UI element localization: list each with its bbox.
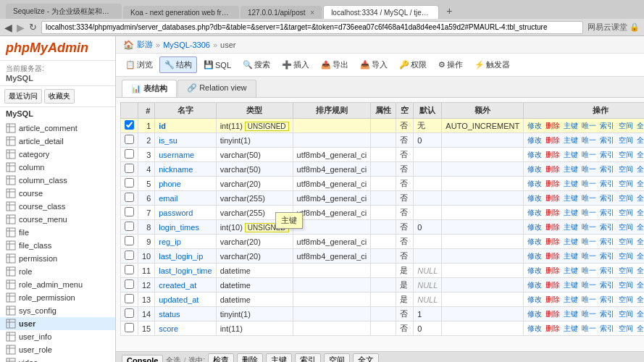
unique-link[interactable]: 唯一 <box>582 180 596 188</box>
edit-link[interactable]: 修改 <box>527 295 542 303</box>
fulltext-link[interactable]: 全文 <box>637 266 644 274</box>
sidebar-item-column[interactable]: column <box>0 161 115 174</box>
edit-link[interactable]: 修改 <box>527 237 542 245</box>
delete-link[interactable]: 删除 <box>545 266 560 274</box>
unique-link[interactable]: 唯一 <box>582 252 596 260</box>
unique-link[interactable]: 唯一 <box>582 237 596 245</box>
delete-link[interactable]: 删除 <box>545 295 560 303</box>
edit-link[interactable]: 修改 <box>527 165 542 173</box>
spatial-link[interactable]: 空间 <box>619 165 633 173</box>
index-link[interactable]: 索引 <box>600 151 614 159</box>
edit-link[interactable]: 修改 <box>527 136 542 144</box>
delete-link[interactable]: 删除 <box>545 237 560 245</box>
row-checkbox[interactable] <box>125 164 134 173</box>
delete-link[interactable]: 删除 <box>545 165 560 173</box>
sidebar-item-course-menu[interactable]: course_menu <box>0 213 115 226</box>
toolbar-insert-btn[interactable]: ➕ 插入 <box>277 56 314 73</box>
index-link[interactable]: 索引 <box>600 136 614 144</box>
unique-link[interactable]: 唯一 <box>582 194 596 202</box>
tab-structure[interactable]: 📊 表结构 <box>122 80 177 97</box>
sidebar-item-file-class[interactable]: file_class <box>0 239 115 252</box>
toolbar-permissions-btn[interactable]: 🔑 权限 <box>394 56 432 73</box>
breadcrumb-db-link[interactable]: MySQL-3306 <box>163 41 210 49</box>
row-checkbox[interactable] <box>125 135 134 144</box>
spatial-link[interactable]: 空间 <box>619 266 633 274</box>
row-checkbox[interactable] <box>125 149 134 159</box>
sidebar-item-course[interactable]: course <box>0 187 115 200</box>
unique-link[interactable]: 唯一 <box>582 122 596 130</box>
index-link[interactable]: 索引 <box>600 266 614 274</box>
sidebar-item-permission[interactable]: permission <box>0 252 115 265</box>
edit-link[interactable]: 修改 <box>527 209 542 216</box>
bottom-fulltext-btn[interactable]: 全文 <box>353 353 379 362</box>
index-link[interactable]: 索引 <box>600 194 614 202</box>
fulltext-link[interactable]: 全文 <box>637 223 644 231</box>
sidebar-item-course-class[interactable]: course_class <box>0 200 115 213</box>
edit-link[interactable]: 修改 <box>527 324 542 332</box>
primary-link[interactable]: 主键 <box>564 136 578 144</box>
primary-link[interactable]: 主键 <box>564 310 578 318</box>
delete-link[interactable]: 删除 <box>545 194 560 202</box>
row-checkbox[interactable] <box>125 222 134 231</box>
toolbar-search-btn[interactable]: 🔍 搜索 <box>238 56 275 73</box>
row-checkbox[interactable] <box>125 120 134 130</box>
spatial-link[interactable]: 空间 <box>619 324 633 332</box>
primary-link[interactable]: 主键 <box>564 266 578 274</box>
primary-link[interactable]: 主键 <box>564 165 578 173</box>
bottom-primary-btn[interactable]: 主键 <box>266 353 292 362</box>
primary-link[interactable]: 主键 <box>564 295 578 303</box>
row-checkbox[interactable] <box>125 265 134 274</box>
index-link[interactable]: 索引 <box>600 237 614 245</box>
fulltext-link[interactable]: 全文 <box>637 151 644 159</box>
spatial-link[interactable]: 空间 <box>619 122 633 130</box>
primary-link[interactable]: 主键 <box>564 151 578 159</box>
edit-link[interactable]: 修改 <box>527 252 542 260</box>
delete-link[interactable]: 删除 <box>545 151 560 159</box>
delete-link[interactable]: 删除 <box>545 310 560 318</box>
row-checkbox[interactable] <box>125 178 134 188</box>
sidebar-item-article-detail[interactable]: article_detail <box>0 135 115 148</box>
row-checkbox[interactable] <box>125 308 134 318</box>
edit-link[interactable]: 修改 <box>527 310 542 318</box>
spatial-link[interactable]: 空间 <box>619 194 633 202</box>
bottom-check-btn[interactable]: 检查 <box>208 353 234 362</box>
toolbar-sql-btn[interactable]: 💾 SQL <box>198 57 236 72</box>
index-link[interactable]: 索引 <box>600 252 614 260</box>
fulltext-link[interactable]: 全文 <box>637 136 644 144</box>
unique-link[interactable]: 唯一 <box>582 223 596 231</box>
edit-link[interactable]: 修改 <box>527 122 542 130</box>
primary-link[interactable]: 主键 <box>564 122 578 130</box>
edit-link[interactable]: 修改 <box>527 151 542 159</box>
fulltext-link[interactable]: 全文 <box>637 295 644 303</box>
spatial-link[interactable]: 空间 <box>619 295 633 303</box>
primary-link[interactable]: 主键 <box>564 180 578 188</box>
unique-link[interactable]: 唯一 <box>582 165 596 173</box>
toolbar-import-btn[interactable]: 📥 导入 <box>355 56 393 73</box>
fulltext-link[interactable]: 全文 <box>637 281 644 289</box>
bottom-spatial-btn[interactable]: 空间 <box>324 353 350 362</box>
index-link[interactable]: 索引 <box>600 310 614 318</box>
fulltext-link[interactable]: 全文 <box>637 165 644 173</box>
sidebar-favorites-btn[interactable]: 收藏夹 <box>44 89 75 104</box>
bottom-delete-btn[interactable]: 删除 <box>237 353 263 362</box>
row-checkbox[interactable] <box>125 193 134 202</box>
edit-link[interactable]: 修改 <box>527 180 542 188</box>
spatial-link[interactable]: 空间 <box>619 209 633 216</box>
unique-link[interactable]: 唯一 <box>582 151 596 159</box>
delete-link[interactable]: 删除 <box>545 180 560 188</box>
spatial-link[interactable]: 空间 <box>619 237 633 245</box>
row-checkbox[interactable] <box>125 251 134 260</box>
unique-link[interactable]: 唯一 <box>582 310 596 318</box>
spatial-link[interactable]: 空间 <box>619 180 633 188</box>
new-tab-button[interactable]: + <box>440 2 458 19</box>
delete-link[interactable]: 删除 <box>545 252 560 260</box>
primary-link[interactable]: 主键 <box>564 209 578 216</box>
spatial-link[interactable]: 空间 <box>619 310 633 318</box>
row-checkbox[interactable] <box>125 207 134 216</box>
address-input[interactable] <box>41 21 583 34</box>
primary-link[interactable]: 主键 <box>564 281 578 289</box>
browser-tab-2[interactable]: Koa - next generation web fram... × <box>123 6 239 19</box>
toolbar-triggers-btn[interactable]: ⚡ 触发器 <box>469 56 515 73</box>
console-button[interactable]: Console <box>122 355 163 363</box>
spatial-link[interactable]: 空间 <box>619 252 633 260</box>
